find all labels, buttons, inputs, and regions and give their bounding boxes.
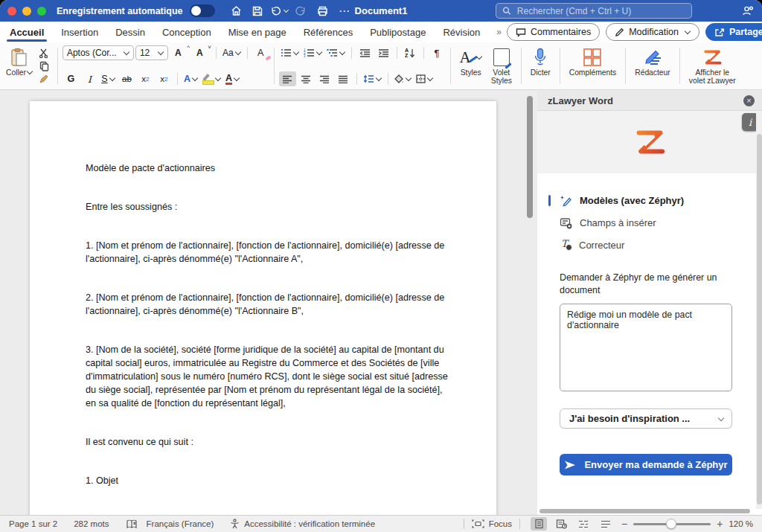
more-icon[interactable]: ⋯ [335,3,353,19]
document-paragraph[interactable]: Il est convenu ce qui suit : [86,435,452,449]
italic-button[interactable]: I [81,71,98,86]
page-count[interactable]: Page 1 sur 2 [9,519,57,528]
tab-overflow-icon[interactable]: » [496,27,501,37]
minimize-window-button[interactable] [22,7,31,16]
focus-toggle[interactable]: Focus [472,519,512,528]
prompt-textarea[interactable]: Rédige moi un modèle de pact d'actionnai… [560,304,732,391]
increase-indent-button[interactable] [375,45,392,60]
paste-button[interactable]: Coller [4,45,34,87]
accessibility-status[interactable]: Accessibilité : vérification terminée [230,519,375,529]
search-field[interactable] [496,3,692,19]
numbering-button[interactable]: 123 [302,45,324,60]
word-count[interactable]: 282 mots [74,519,109,528]
grow-font-button[interactable]: A^ [170,45,190,60]
comments-button[interactable]: Commentaires [507,23,600,41]
document-paragraph[interactable]: 2. [Nom et prénom de l'actionnaire], [fo… [86,291,452,318]
draft-view-button[interactable] [598,517,614,531]
tab-dessin[interactable]: Dessin [115,23,146,42]
search-input[interactable] [516,5,685,17]
line-spacing-button[interactable] [362,71,383,86]
dictate-button[interactable]: Dicter [526,45,555,87]
document-scrollbar[interactable] [527,96,533,218]
modification-button[interactable]: Modification [606,23,699,41]
multilevel-list-button[interactable] [325,45,347,60]
document-page[interactable]: Modèle de pacte d'actionnaires Entre les… [30,101,496,515]
align-left-button[interactable] [279,71,296,86]
sidebar-item-corrector[interactable]: IT Correcteur [560,236,762,254]
autosave-toggle[interactable] [190,4,215,17]
bullets-button[interactable] [279,45,301,60]
pilcrow-button[interactable]: ¶ [429,45,446,60]
zoom-slider-knob[interactable] [666,519,676,529]
zoom-slider[interactable] [633,519,711,529]
document-paragraph[interactable]: 3. [Nom de la société], société [forme j… [86,343,452,410]
zoom-window-button[interactable] [37,7,46,16]
document-paragraph[interactable]: 1. Objet [86,474,452,487]
inspiration-select[interactable]: J'ai besoin d'inspiration ... [560,408,732,429]
shading-button[interactable] [393,71,413,86]
tab-mise-en-page[interactable]: Mise en page [228,23,287,42]
account-icon[interactable] [740,5,756,17]
tab-references[interactable]: Références [303,23,353,42]
language-indicator[interactable]: Français (France) [147,519,214,528]
close-window-button[interactable] [7,7,16,16]
document-paragraph[interactable]: Entre les soussignés : [86,200,452,214]
print-icon[interactable] [313,3,331,19]
reading-view-button[interactable] [553,517,569,531]
styles-pane-button[interactable]: VoletStyles [487,45,516,87]
change-case-button[interactable]: Aa [221,45,243,60]
sidebar-item-templates[interactable]: Modèles (avec Zéphyr) [560,191,762,209]
send-request-button[interactable]: Envoyer ma demande à Zéphyr [560,454,732,475]
styles-button[interactable]: A Styles [455,45,487,87]
decrease-indent-button[interactable] [356,45,374,60]
insert-fields-icon [560,217,572,229]
undo-icon[interactable] [270,3,288,19]
superscript-button[interactable]: x2 [156,71,173,86]
font-name-select[interactable]: Aptos (Cor... [63,45,134,60]
share-button[interactable]: Partager [705,23,762,41]
subscript-button[interactable]: x2 [137,71,154,86]
font-color-button[interactable]: A [224,71,241,86]
sidebar-scrollbar-thumb[interactable] [757,134,762,504]
tab-insertion[interactable]: Insertion [60,23,99,42]
editor-button[interactable]: Rédacteur [630,45,675,87]
document-paragraph[interactable]: Modèle de pacte d'actionnaires [86,161,452,175]
align-right-button[interactable] [316,71,333,86]
chevron-down-icon [124,49,129,55]
cut-button[interactable] [36,47,53,59]
sidebar-hscrollbar-thumb[interactable] [540,509,750,513]
strikethrough-button[interactable]: ab [118,71,135,86]
zlawyer-pane-button[interactable]: Afficher levolet zLawyer [685,45,740,87]
sort-button[interactable]: AZ [402,45,419,60]
document-paragraph[interactable]: 1. [Nom et prénom de l'actionnaire], [fo… [86,239,452,266]
print-layout-view-button[interactable] [531,517,547,531]
borders-button[interactable] [414,71,435,86]
zoom-out-button[interactable]: − [621,518,627,530]
zoom-level[interactable]: 120 % [729,519,753,528]
font-size-select[interactable]: 12 [135,45,168,60]
tab-publipostage[interactable]: Publipostage [369,23,426,42]
save-icon[interactable] [249,3,266,19]
outline-view-button[interactable] [575,517,592,531]
sidebar-scrollbar-track[interactable] [756,112,762,509]
close-icon[interactable]: × [743,95,755,106]
sidebar-item-fields[interactable]: Champs à insérer [560,214,762,231]
clear-formatting-button[interactable]: A [252,45,269,60]
format-painter-button[interactable] [36,73,53,85]
underline-button[interactable]: S [100,71,117,86]
tab-conception[interactable]: Conception [161,23,212,42]
justify-button[interactable] [335,71,352,86]
text-effects-button[interactable]: A [182,71,199,86]
align-center-button[interactable] [298,71,315,86]
bold-button[interactable]: G [63,71,80,86]
redo-icon[interactable] [292,3,310,19]
addins-button[interactable]: Compléments [565,45,621,87]
tab-accueil[interactable]: Accueil [9,23,45,42]
tab-revision[interactable]: Révision [442,23,481,42]
zoom-in-button[interactable]: + [717,518,723,530]
highlight-button[interactable] [201,71,222,86]
proofing-icon[interactable] [126,519,138,529]
shrink-font-button[interactable]: A˅ [191,45,211,60]
home-icon[interactable] [227,3,245,19]
copy-button[interactable] [36,60,53,72]
